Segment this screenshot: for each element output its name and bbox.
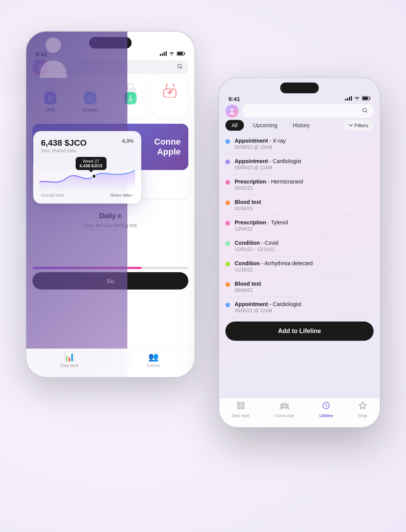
filter-button[interactable]: Filters: [343, 120, 374, 131]
item-date: 05/02/23: [235, 185, 374, 191]
community-icon-front: [280, 401, 289, 412]
card-footer-left: Overall data: [41, 193, 64, 197]
dot-icon: [225, 241, 230, 246]
item-title: Appointment - X-ray: [235, 138, 374, 144]
battery-icon-front: [362, 96, 370, 102]
dot-icon: [225, 262, 230, 266]
tooltip-value: 6,438 $JCO: [80, 163, 102, 168]
svg-rect-5: [178, 52, 183, 55]
avatar-front: [225, 104, 239, 118]
data-vault-icon-front: [237, 401, 245, 412]
item-content: Prescription - Tylenol 12/04/22: [235, 219, 374, 232]
red-lock-card[interactable]: [153, 78, 188, 118]
svg-rect-22: [349, 97, 350, 101]
svg-point-19: [92, 174, 96, 178]
nav-data-vault-back[interactable]: 📊 Data Vault: [61, 352, 78, 368]
list-item[interactable]: Prescription - Hermicraneol 05/02/23: [225, 175, 374, 195]
search-front-wrapper: [219, 102, 380, 118]
search-bar-front[interactable]: [242, 104, 374, 118]
item-date: 12/04/22: [235, 226, 374, 232]
card-percentage: 4,3%: [122, 138, 134, 144]
chevron-down-icon: [348, 123, 353, 128]
item-content: Condition - Arrhythmia detected 11/15/22: [235, 260, 374, 273]
connect-text: Conne Apple: [154, 137, 181, 157]
dot-icon: [225, 303, 230, 307]
signal-icon-back: [160, 51, 167, 57]
status-bar-front: 9:41: [219, 93, 380, 102]
list-item[interactable]: Appointment - Cardiologist 05/05/23 @ 12…: [225, 154, 374, 175]
search-icon-back: [177, 63, 183, 71]
floating-card: 6,438 $JCO Your shared data 4,3% Week 27…: [33, 131, 141, 204]
tab-history[interactable]: History: [287, 120, 316, 131]
dot-icon: [225, 221, 230, 226]
item-content: Blood test 01/04/23: [235, 199, 374, 211]
nav-lifeline-front[interactable]: Lifeline: [320, 401, 333, 418]
item-title: Appointment - Cardiologist: [235, 158, 374, 164]
item-content: Condition - Covid 12/01/22 - 12/10/22: [235, 240, 374, 252]
svg-rect-25: [363, 97, 368, 100]
svg-rect-30: [241, 402, 244, 405]
list-item[interactable]: Appointment - Cardiologist 05/05/22 @ 12…: [225, 297, 374, 318]
nav-data-vault-front[interactable]: Data Vault: [232, 401, 250, 418]
add-lifeline-button[interactable]: Add to Lifeline: [225, 322, 374, 341]
lifeline-icon-front: [322, 401, 330, 412]
shop-icon-front: [359, 401, 367, 412]
nav-shop-front[interactable]: Shop: [358, 401, 367, 418]
wifi-icon-back: [169, 51, 175, 57]
nav-label-community-back: Commu: [147, 364, 160, 368]
time-front: 9:41: [228, 96, 240, 102]
share-data-link[interactable]: Share data ›: [110, 193, 134, 197]
data-vault-icon-back: 📊: [64, 352, 74, 362]
item-title: Appointment - Cardiologist: [235, 301, 374, 307]
timeline-list: Appointment - X-ray 05/08/23 @ 10AM Appo…: [219, 134, 380, 318]
tooltip-week: Week 27: [80, 159, 102, 163]
list-item[interactable]: Appointment - X-ray 05/08/23 @ 10AM: [225, 134, 374, 154]
svg-rect-15: [129, 98, 132, 101]
list-item[interactable]: Prescription - Tylenol 12/04/22: [225, 215, 374, 236]
svg-rect-2: [164, 52, 165, 56]
tab-upcoming[interactable]: Upcoming: [247, 120, 284, 131]
item-date: 11/15/22: [235, 267, 374, 273]
item-date: 12/01/22 - 12/10/22: [235, 247, 374, 252]
item-title: Blood test: [235, 199, 374, 205]
svg-point-7: [178, 64, 181, 68]
card-amount: 6,438 $JCO: [41, 138, 87, 148]
nav-label-community-front: Community: [275, 414, 294, 418]
filter-label: Filters: [355, 123, 368, 128]
nav-community-front[interactable]: Community: [275, 401, 294, 418]
list-item[interactable]: Condition - Arrhythmia detected 11/15/22: [225, 256, 374, 277]
list-item[interactable]: Condition - Covid 12/01/22 - 12/10/22: [225, 236, 374, 256]
nav-community-back[interactable]: 👥 Commu: [147, 352, 160, 368]
tab-all[interactable]: All: [225, 120, 244, 131]
battery-icon-back: [177, 51, 185, 57]
search-icon-front: [362, 107, 368, 115]
nav-label-lifeline-front: Lifeline: [320, 414, 333, 418]
signal-icon-front: [345, 96, 352, 102]
list-item[interactable]: Blood test 01/04/23: [225, 195, 374, 215]
nav-label-shop-front: Shop: [358, 414, 367, 418]
dynamic-island-front: [280, 82, 319, 93]
card-footer: Overall data Share data ›: [41, 193, 134, 197]
status-icons-front: [345, 96, 370, 102]
dot-icon: [225, 180, 230, 185]
status-icons-back: [160, 51, 185, 57]
list-item[interactable]: Blood test 08/04/22: [225, 277, 374, 297]
dot-icon: [225, 200, 230, 205]
item-title: Condition - Covid: [235, 240, 374, 246]
svg-point-26: [230, 108, 233, 111]
svg-rect-31: [241, 406, 244, 409]
filter-tabs: All Upcoming History Filters: [219, 118, 380, 134]
svg-rect-28: [237, 402, 240, 405]
svg-rect-0: [160, 54, 161, 56]
item-title: Prescription - Hermicraneol: [235, 178, 374, 185]
item-date: 08/04/22: [235, 288, 374, 293]
item-title: Prescription - Tylenol: [235, 219, 374, 226]
dot-icon: [225, 282, 230, 287]
svg-rect-1: [162, 53, 163, 56]
card-subtitle: Your shared data: [41, 148, 87, 153]
bottom-nav-front: Data Vault Community Lifeline Shop: [219, 398, 380, 427]
svg-point-32: [283, 403, 286, 406]
tooltip-box: Week 27 6,438 $JCO: [76, 157, 106, 170]
item-content: Blood test 08/04/22: [235, 281, 374, 293]
item-title: Blood test: [235, 281, 374, 287]
